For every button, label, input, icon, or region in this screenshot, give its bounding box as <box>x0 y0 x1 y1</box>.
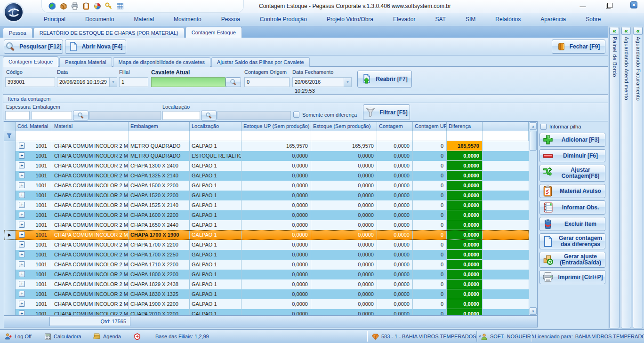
expand-icon[interactable]: + <box>19 281 25 287</box>
cell-cod-material[interactable]: +1001 <box>16 210 52 220</box>
localizacao-input[interactable] <box>162 111 200 120</box>
cell-contagem-up[interactable]: 0 <box>413 299 447 309</box>
cell-material[interactable]: CHAPA COMUM INCOLOR 2 MM <box>52 191 129 200</box>
cell-estoque-up[interactable]: 165,9570 <box>242 141 311 151</box>
cell-contagem-up[interactable]: 0 <box>413 141 447 151</box>
expand-icon[interactable]: + <box>19 231 25 238</box>
cell-embalagem[interactable]: CHAPA 1829 X 2438 <box>129 279 190 289</box>
cell-estoque[interactable]: 165,9570 <box>311 141 377 151</box>
cell-contagem[interactable]: 0,0000 <box>377 289 413 299</box>
table-row[interactable]: +1001CHAPA COMUM INCOLOR 2 MMCHAPA 1525 … <box>4 200 529 210</box>
column-header-material[interactable]: Material <box>52 122 129 131</box>
cell-contagem[interactable]: 0,0000 <box>377 240 413 250</box>
cell-localizacao[interactable]: GALPAO 1 <box>190 230 242 240</box>
cell-contagem-up[interactable]: 0 <box>413 240 447 250</box>
menu-item-principal[interactable]: Principal <box>34 13 75 26</box>
cell-contagem[interactable]: 0,0000 <box>377 299 413 309</box>
filter-cell-embalagem[interactable] <box>129 131 190 141</box>
cell-localizacao[interactable]: GALPAO 1 <box>190 181 242 191</box>
menu-item-pessoa[interactable]: Pessoa <box>211 13 250 26</box>
cell-contagem-up[interactable]: 0 <box>413 220 447 230</box>
table-row[interactable]: +1001CHAPA COMUM INCOLOR 2 MMCHAPA 1500 … <box>4 181 529 191</box>
expand-icon[interactable]: + <box>19 301 25 307</box>
pesquisar-button[interactable]: Pesquisar [F12] <box>4 40 63 54</box>
doc-tab-pessoa[interactable]: Pessoa <box>3 28 32 38</box>
cell-embalagem[interactable]: CHAPA 2010 X 2200 <box>129 309 190 315</box>
menu-item-sim[interactable]: SIM <box>456 13 485 26</box>
expand-icon[interactable]: + <box>19 162 25 168</box>
cell-material[interactable]: CHAPA COMUM INCOLOR 2 MM <box>52 141 129 151</box>
cell-contagem-up[interactable]: 0 <box>413 151 447 161</box>
data-fechamento-dropdown-icon[interactable]: ▼ <box>344 77 352 87</box>
column-header-estoque-up-sem-produ-o[interactable]: Estoque UP (Sem produção) <box>242 122 311 131</box>
cell-embalagem[interactable]: CHAPA 1800 X 2200 <box>129 270 190 279</box>
pie-chart-icon[interactable] <box>94 2 101 10</box>
table-row[interactable]: +1001CHAPA COMUM INCOLOR 2 MMCHAPA 1700 … <box>4 240 529 250</box>
column-header-contagem-up[interactable]: Contagem UP <box>413 122 447 131</box>
data-fechamento-field[interactable]: 20/06/2016 10:29:53 <box>292 77 344 87</box>
filter-cell-c-d-material[interactable] <box>16 131 52 141</box>
gerar-ajuste-entrada-sa-da-button[interactable]: Gerar ajuste (Entrada/Saída) <box>539 252 605 268</box>
cell-estoque-up[interactable]: 0,0000 <box>242 270 311 279</box>
expand-icon[interactable]: + <box>19 152 25 159</box>
cell-material[interactable]: CHAPA COMUM INCOLOR 2 MM <box>52 309 129 315</box>
tab-close-button[interactable]: ✕ <box>630 1 637 8</box>
cell-cod-material[interactable]: +1001 <box>16 161 52 171</box>
imprimir-ctrl-p-button[interactable]: Imprimir [Ctrl+P] <box>539 270 605 284</box>
cell-material[interactable]: CHAPA COMUM INCOLOR 2 MM <box>52 240 129 250</box>
cell-embalagem[interactable]: METRO QUADRADO <box>129 141 190 151</box>
cell-localizacao[interactable]: GALPAO 1 <box>190 171 242 181</box>
cell-cod-material[interactable]: +1001 <box>16 270 52 279</box>
informar-pilha-checkbox[interactable] <box>540 124 547 130</box>
cell-embalagem[interactable]: METRO QUADRADO <box>129 151 190 161</box>
espessura-input[interactable] <box>5 111 30 120</box>
cell-estoque-up[interactable]: 0,0000 <box>242 181 311 191</box>
cell-estoque-up[interactable]: 0,0000 <box>242 279 311 289</box>
cell-contagem[interactable]: 0,0000 <box>377 200 413 210</box>
cell-material[interactable]: CHAPA COMUM INCOLOR 2 MM <box>52 270 129 279</box>
filter-cell-localiza-o[interactable] <box>190 131 242 141</box>
grid-vertical-scrollbar[interactable]: ▲ ▼ <box>529 122 537 315</box>
scrollbar-thumb[interactable] <box>530 131 537 151</box>
doc-tab-relat-rio-de-estoque-de-chapas-por-mater[interactable]: RELATÓRIO DE ESTOQUE DE CHAPAS (POR MATE… <box>33 28 185 38</box>
table-row[interactable]: +1001CHAPA COMUM INCOLOR 2 MMCHAPA 2010 … <box>4 309 529 315</box>
table-row[interactable]: +1001CHAPA COMUM INCOLOR 2 MMCHAPA 1830 … <box>4 289 529 299</box>
expand-chevrons-icon[interactable]: « <box>621 28 631 35</box>
cell-contagem[interactable]: 0,0000 <box>377 181 413 191</box>
cell-estoque-up[interactable]: 0,0000 <box>242 260 311 270</box>
filial-field[interactable]: 1 <box>119 77 148 87</box>
table-icon[interactable] <box>116 2 124 10</box>
cell-embalagem[interactable]: CHAPA 1500 X 2200 <box>129 181 190 191</box>
cell-localizacao[interactable]: GALPAO 1 <box>190 250 242 260</box>
cell-estoque[interactable]: 0,0000 <box>311 181 377 191</box>
table-row[interactable]: +1001CHAPA COMUM INCOLOR 2 MMCHAPA 1520 … <box>4 191 529 200</box>
menu-item-controle-produ-o[interactable]: Controle Produção <box>250 13 317 26</box>
cell-contagem-up[interactable]: 0 <box>413 171 447 181</box>
menu-item-apar-ncia[interactable]: Aparência <box>531 13 576 26</box>
cell-embalagem[interactable]: CHAPA 1650 X 2440 <box>129 220 190 230</box>
cavalete-search-button[interactable] <box>225 77 241 87</box>
cell-diferenca[interactable]: 0,0000 <box>447 171 483 181</box>
cell-cod-material[interactable]: +1001 <box>16 230 52 240</box>
cell-localizacao[interactable]: GALPAO 1 <box>190 161 242 171</box>
cell-diferenca[interactable]: 0,0000 <box>447 289 483 299</box>
expand-icon[interactable]: + <box>19 172 25 178</box>
cell-embalagem[interactable]: CHAPA 1525 X 2140 <box>129 200 190 210</box>
embalagem-search-button[interactable] <box>73 111 89 120</box>
column-header-embalagem[interactable]: Embalagem <box>129 122 190 131</box>
cell-cod-material[interactable]: +1001 <box>16 250 52 260</box>
dock-strip-aguardando-faturamento[interactable]: «Aguardando Faturamento <box>633 27 643 328</box>
table-row[interactable]: +1001CHAPA COMUM INCOLOR 2 MMCHAPA 1829 … <box>4 279 529 289</box>
excluir-item-button[interactable]: Excluir Item <box>539 217 605 231</box>
filter-cell-diferen-a[interactable] <box>447 131 483 141</box>
column-header-diferen-a[interactable]: Diferença <box>447 122 483 131</box>
cell-contagem[interactable]: 0,0000 <box>377 309 413 315</box>
table-row[interactable]: +1001CHAPA COMUM INCOLOR 2 MMCHAPA 1710 … <box>4 260 529 270</box>
expand-icon[interactable]: + <box>19 241 25 247</box>
maximize-button[interactable] <box>602 1 615 11</box>
cell-estoque[interactable]: 0,0000 <box>311 161 377 171</box>
menu-item-projeto-vidro-obra[interactable]: Projeto Vidro/Obra <box>317 13 383 26</box>
cell-estoque[interactable]: 0,0000 <box>311 220 377 230</box>
gerar-contagem-das-diferen-as-button[interactable]: Gerar contagem das diferenças <box>539 233 605 249</box>
cell-contagem-up[interactable]: 0 <box>413 161 447 171</box>
